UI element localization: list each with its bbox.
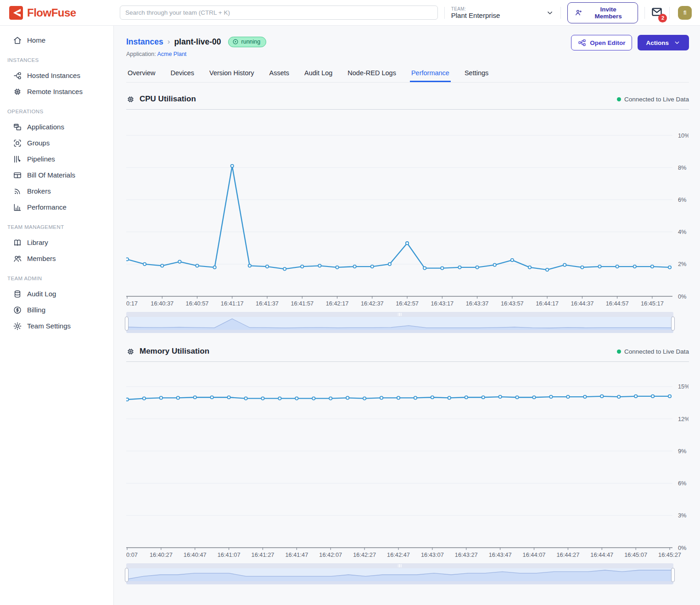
sidebar-item-audit-log[interactable]: Audit Log (0, 286, 113, 302)
instance-tabs: Overview Devices Version History Assets … (126, 66, 689, 83)
svg-text:0:17: 0:17 (126, 300, 138, 307)
tab-assets[interactable]: Assets (268, 66, 291, 82)
navigator-left-handle[interactable] (125, 316, 129, 331)
pipelines-icon (13, 155, 22, 164)
sidebar-section-instances: INSTANCES (0, 48, 113, 67)
cpu-utilisation-section: CPU Utilisation Connected to Live Data 0… (126, 90, 689, 333)
sidebar-section-team-management: TEAM MANAGEMENT (0, 215, 113, 234)
svg-text:16:40:27: 16:40:27 (150, 551, 173, 558)
sidebar-section-team-admin: TEAM ADMIN (0, 266, 113, 286)
svg-text:2%: 2% (678, 261, 687, 267)
sidebar-item-members[interactable]: Members (0, 250, 113, 266)
navigator-left-handle[interactable] (125, 568, 129, 582)
sidebar-item-home[interactable]: Home (0, 32, 113, 48)
flowfuse-brand[interactable]: FlowFuse (0, 6, 114, 20)
sidebar-item-billing[interactable]: Billing (0, 302, 113, 318)
svg-text:12%: 12% (678, 416, 689, 422)
tab-overview[interactable]: Overview (126, 66, 157, 82)
notification-badge: 2 (658, 14, 667, 22)
application-line: Application: Acme Plant (126, 51, 266, 57)
sidebar-item-bill-of-materials[interactable]: Bill Of Materials (0, 167, 113, 183)
memory-chart-title: Memory Utilisation (140, 347, 209, 356)
svg-text:16:43:27: 16:43:27 (455, 551, 478, 558)
applications-icon (13, 122, 22, 132)
svg-text:16:44:37: 16:44:37 (571, 300, 594, 307)
brand-name: FlowFuse (27, 6, 76, 19)
navigator-right-handle[interactable] (671, 568, 675, 582)
svg-text:16:44:27: 16:44:27 (556, 551, 579, 558)
divider (669, 7, 670, 19)
svg-text:16:43:47: 16:43:47 (489, 551, 512, 558)
sidebar-item-hosted-instances[interactable]: Hosted Instances (0, 67, 113, 83)
svg-text:6%: 6% (678, 196, 687, 203)
svg-text:16:45:07: 16:45:07 (624, 551, 647, 558)
memory-chart-navigator[interactable] (126, 563, 673, 584)
actions-button[interactable]: Actions (638, 35, 689, 50)
avatar[interactable]: fl (678, 6, 692, 20)
billing-icon (13, 305, 22, 315)
memory-chart: 0%3%6%9%12%15%0:0716:40:2716:40:4716:41:… (126, 362, 689, 560)
top-bar: FlowFuse TEAM: Plant Enterprise Invite M… (0, 0, 700, 26)
breadcrumb-instances-link[interactable]: Instances (126, 37, 163, 47)
sidebar-item-pipelines[interactable]: Pipelines (0, 151, 113, 167)
navigator-track (126, 330, 673, 333)
svg-text:16:45:17: 16:45:17 (641, 300, 664, 307)
svg-text:16:41:57: 16:41:57 (291, 300, 314, 307)
chevron-down-icon (673, 39, 681, 46)
invite-members-button[interactable]: Invite Members (567, 2, 638, 23)
cpu-chip-icon (126, 95, 135, 104)
memory-live-status: Connected to Live Data (617, 348, 689, 355)
svg-text:16:43:57: 16:43:57 (501, 300, 524, 307)
sidebar-item-brokers[interactable]: Brokers (0, 183, 113, 199)
tab-node-red-logs[interactable]: Node-RED Logs (346, 66, 398, 82)
navigator-track (126, 581, 673, 584)
sidebar-item-remote-instances[interactable]: Remote Instances (0, 83, 113, 100)
sidebar-item-applications[interactable]: Applications (0, 119, 113, 135)
tab-performance[interactable]: Performance (410, 66, 451, 82)
sidebar-item-team-settings[interactable]: Team Settings (0, 318, 113, 334)
notifications-button[interactable]: 2 (651, 6, 663, 20)
flowfuse-logo-icon (9, 6, 23, 20)
divider (444, 7, 445, 19)
open-editor-button[interactable]: Open Editor (571, 35, 632, 50)
svg-text:16:44:57: 16:44:57 (606, 300, 629, 307)
team-selector[interactable]: TEAM: Plant Enterprise (451, 6, 554, 19)
svg-text:16:43:37: 16:43:37 (466, 300, 489, 307)
cpu-live-status: Connected to Live Data (617, 96, 689, 103)
search-input[interactable] (120, 6, 438, 20)
sidebar-item-library[interactable]: Library (0, 234, 113, 250)
user-plus-icon (575, 9, 582, 17)
invite-members-label: Invite Members (586, 6, 631, 20)
main-content: Instances › plant-live-00 running Applic… (114, 26, 700, 605)
memory-utilisation-section: Memory Utilisation Connected to Live Dat… (126, 342, 689, 584)
tab-audit-log[interactable]: Audit Log (303, 66, 334, 82)
application-link[interactable]: Acme Plant (157, 51, 186, 57)
bill-of-materials-icon (13, 171, 22, 180)
svg-text:16:41:37: 16:41:37 (256, 300, 279, 307)
svg-text:0:07: 0:07 (126, 551, 138, 558)
svg-text:15%: 15% (678, 383, 689, 390)
svg-text:16:40:57: 16:40:57 (186, 300, 209, 307)
brokers-icon (13, 187, 22, 196)
topbar-right: TEAM: Plant Enterprise Invite Members 2 … (438, 2, 700, 23)
breadcrumb-separator: › (168, 37, 170, 46)
navigator-right-handle[interactable] (671, 316, 675, 331)
tab-devices[interactable]: Devices (169, 66, 196, 82)
hosted-instances-icon (13, 71, 22, 80)
navigator-grip[interactable] (126, 563, 673, 568)
sidebar-item-performance[interactable]: Performance (0, 199, 113, 215)
svg-text:16:41:17: 16:41:17 (221, 300, 244, 307)
live-dot-icon (617, 97, 621, 101)
tab-version-history[interactable]: Version History (208, 66, 256, 82)
svg-text:6%: 6% (678, 480, 687, 487)
svg-text:0%: 0% (678, 544, 687, 551)
sidebar-item-groups[interactable]: Groups (0, 135, 113, 151)
cpu-chart: 0%2%4%6%8%10%0:1716:40:3716:40:5716:41:1… (126, 110, 689, 308)
svg-text:16:42:47: 16:42:47 (387, 551, 410, 558)
cpu-chart-navigator[interactable] (126, 312, 673, 333)
team-name: Plant Enterprise (451, 11, 500, 19)
svg-text:0%: 0% (678, 293, 687, 300)
tab-settings[interactable]: Settings (463, 66, 490, 82)
navigator-grip[interactable] (126, 312, 673, 317)
svg-text:16:41:27: 16:41:27 (252, 551, 274, 558)
